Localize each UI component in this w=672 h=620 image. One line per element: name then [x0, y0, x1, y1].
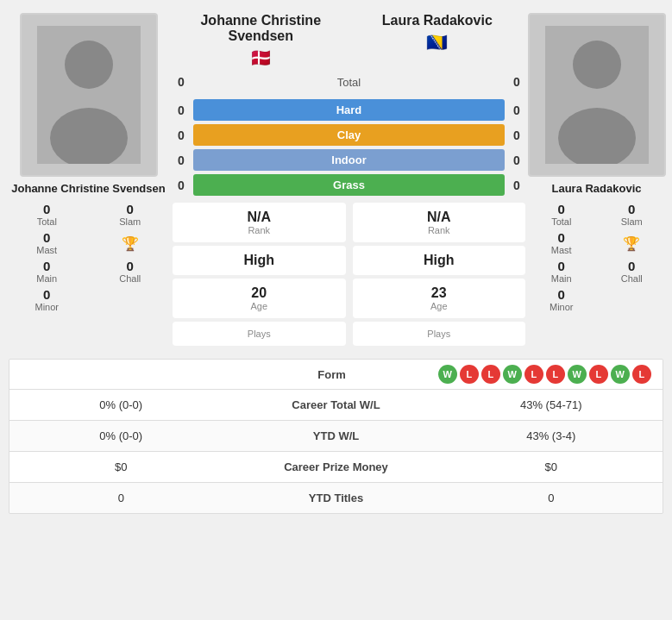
player2-minor-value: 0	[558, 287, 565, 302]
form-badges: WLLWLLWLWL	[436, 365, 663, 384]
player1-age-label: Age	[181, 301, 337, 311]
player1-slam-label: Slam	[119, 216, 141, 227]
player1-minor-value: 0	[43, 287, 50, 302]
player2-trophy-row: 🏆	[600, 232, 664, 255]
player2-minor-cell: 0 Minor	[530, 287, 593, 312]
player2-flag: 🇧🇦	[349, 32, 526, 53]
bottom-left-3: 0	[9, 483, 233, 513]
form-badge-4: L	[524, 365, 543, 384]
indoor-badge: Indoor	[193, 149, 505, 171]
player2-chall-value: 0	[628, 259, 635, 273]
player1-high-value: High	[181, 253, 337, 268]
p2-hard-score: 0	[508, 103, 525, 117]
player2-plays-box: Plays	[353, 322, 526, 346]
indoor-row: 0 Indoor 0	[173, 149, 525, 171]
p1-hard-score: 0	[173, 103, 190, 117]
player1-plays-box: Plays	[173, 322, 346, 346]
player1-trophy-icon: 🏆	[122, 235, 139, 252]
player1-total-label: Total	[37, 216, 57, 227]
form-row: Form WLLWLLWLWL	[9, 360, 663, 390]
bottom-right-2: $0	[440, 452, 663, 482]
bottom-center-2: Career Prize Money	[233, 452, 440, 482]
player2-main-cell: 0 Main	[530, 259, 593, 284]
bottom-left-0: 0% (0-0)	[9, 390, 233, 420]
p1-grass-score: 0	[173, 178, 190, 192]
svg-point-1	[65, 41, 113, 89]
player1-plays-label: Plays	[181, 329, 337, 339]
center-player2-info: Laura Radakovic 🇧🇦	[349, 13, 526, 53]
svg-point-4	[573, 41, 621, 89]
player2-total-label: Total	[551, 216, 571, 227]
player2-rank-label: Rank	[361, 225, 518, 235]
total-label: Total	[190, 76, 508, 89]
player2-plays-label: Plays	[361, 329, 518, 339]
bottom-row-2: $0Career Prize Money$0	[9, 452, 663, 483]
player2-chall-label: Chall	[621, 273, 643, 284]
p2-grass-score: 0	[508, 178, 525, 192]
player1-rank-label: Rank	[181, 225, 337, 235]
form-badge-9: L	[632, 365, 651, 384]
player2-photo	[528, 13, 666, 177]
player1-photo	[20, 13, 158, 177]
clay-row: 0 Clay 0	[173, 124, 525, 146]
player2-slam-label: Slam	[621, 216, 643, 227]
player1-rank-box: N/A Rank	[173, 203, 346, 242]
middle-stats: N/A Rank High 20 Age Plays	[173, 203, 525, 346]
player2-chall-cell: 0 Chall	[600, 259, 664, 284]
p1-indoor-score: 0	[173, 153, 190, 167]
p2-clay-score: 0	[508, 128, 525, 142]
player1-mast-value: 0	[43, 230, 50, 245]
player2-slam-value: 0	[628, 202, 635, 216]
center-section: Johanne Christine Svendsen 🇩🇰 Laura Rada…	[173, 13, 525, 346]
player1-flag: 🇩🇰	[173, 47, 349, 68]
center-player1-name: Johanne Christine Svendsen	[173, 13, 349, 44]
player2-rank-box: N/A Rank	[353, 203, 526, 242]
player1-middle-stats: N/A Rank High 20 Age Plays	[173, 203, 346, 346]
center-player1-info: Johanne Christine Svendsen 🇩🇰	[173, 13, 349, 68]
player2-main-value: 0	[558, 259, 565, 273]
center-player2-name: Laura Radakovic	[349, 13, 526, 28]
hard-badge: Hard	[193, 99, 505, 121]
player2-slam-cell: 0 Slam	[600, 202, 664, 227]
player2-main-label: Main	[551, 273, 572, 284]
player2-name: Laura Radakovic	[551, 182, 641, 195]
player1-total-value: 0	[43, 202, 50, 216]
player2-total-value: 0	[558, 202, 565, 216]
bottom-left-1: 0% (0-0)	[9, 421, 233, 451]
bottom-right-1: 43% (3-4)	[440, 421, 663, 451]
player1-chall-cell: 0 Chall	[92, 259, 169, 284]
player1-high-box: High	[173, 246, 346, 275]
bottom-center-3: YTD Titles	[233, 483, 440, 513]
main-container: Johanne Christine Svendsen 0 Total 0 Sla…	[0, 0, 672, 514]
player1-age-box: 20 Age	[173, 279, 346, 318]
player2-mast-value: 0	[558, 230, 565, 245]
p1-clay-score: 0	[173, 128, 190, 142]
bottom-row-0: 0% (0-0)Career Total W/L43% (54-71)	[9, 390, 663, 421]
player2-mast-cell: 0 Mast	[530, 230, 593, 255]
bottom-row-3: 0YTD Titles0	[9, 483, 663, 513]
bottom-center-1: YTD W/L	[233, 421, 440, 451]
p2-indoor-score: 0	[508, 153, 525, 167]
player1-main-value: 0	[43, 259, 50, 273]
grass-badge: Grass	[193, 174, 505, 196]
grass-row: 0 Grass 0	[173, 174, 525, 196]
player-right-card: Laura Radakovic 0 Total 0 Slam 0 Mast 🏆	[530, 13, 663, 346]
player2-high-value: High	[361, 253, 518, 268]
form-badge-8: W	[611, 365, 630, 384]
player2-trophy-icon: 🏆	[623, 235, 640, 252]
bottom-center-0: Career Total W/L	[233, 390, 440, 420]
player2-age-box: 23 Age	[353, 279, 526, 318]
form-badge-1: L	[460, 365, 479, 384]
player1-total-cell: 0 Total	[9, 202, 85, 227]
player2-stats-grid: 0 Total 0 Slam 0 Mast 🏆 0 Main	[530, 202, 663, 312]
player2-age-value: 23	[361, 285, 518, 301]
player-left-card: Johanne Christine Svendsen 0 Total 0 Sla…	[9, 13, 168, 346]
player1-name: Johanne Christine Svendsen	[11, 182, 165, 195]
player1-main-cell: 0 Main	[9, 259, 85, 284]
bottom-right-0: 43% (54-71)	[440, 390, 663, 420]
player2-rank-value: N/A	[361, 210, 518, 225]
player1-chall-value: 0	[127, 259, 134, 273]
hard-row: 0 Hard 0	[173, 99, 525, 121]
total-row: 0 Total 0	[173, 75, 525, 89]
p2-total-score: 0	[508, 75, 525, 89]
